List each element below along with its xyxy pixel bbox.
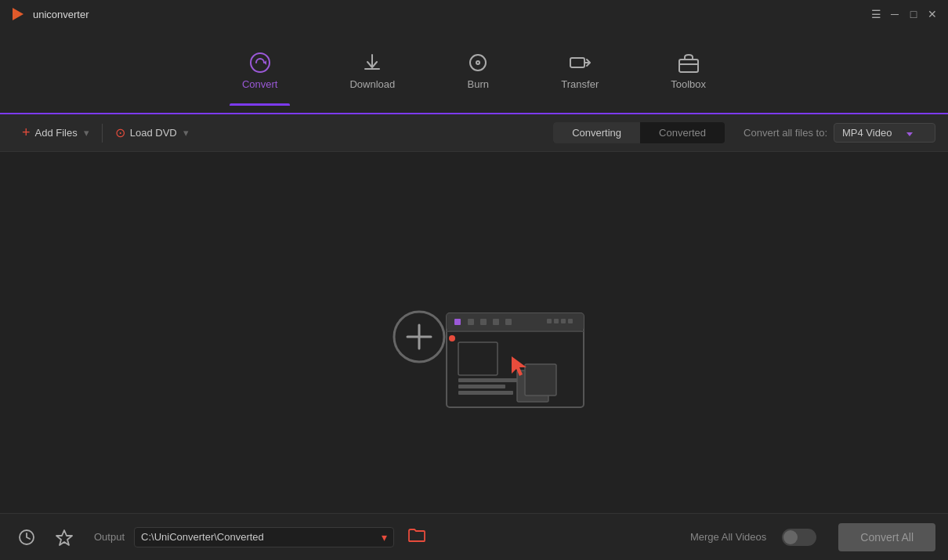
nav-item-convert[interactable]: Convert [230,45,291,96]
nav-label-burn: Burn [468,78,489,90]
folder-icon [408,528,425,542]
app-logo [9,5,27,23]
add-files-button[interactable]: + Add Files ▾ [13,120,99,146]
add-files-dropdown-arrow[interactable]: ▾ [84,127,89,139]
toolbar-separator-1 [102,124,103,143]
add-files-icon: + [22,125,31,141]
title-bar-left: uniconverter [9,5,89,23]
app-name: uniconverter [33,9,89,20]
nav-label-convert: Convert [242,78,278,90]
transfer-icon [569,52,591,74]
svg-rect-27 [458,391,513,395]
output-path: C:\UniConverter\Converted [141,531,382,543]
drop-area[interactable] [356,255,592,411]
svg-rect-6 [570,58,584,67]
output-dropdown-arrow[interactable]: ▾ [382,531,387,544]
toolbar: + Add Files ▾ ⊙ Load DVD ▾ Converting Co… [0,114,948,152]
svg-rect-21 [568,319,573,323]
convert-all-button[interactable]: Convert All [838,523,935,551]
svg-rect-7 [679,60,698,72]
svg-rect-15 [480,319,487,325]
nav-item-toolbox[interactable]: Toolbox [658,45,718,96]
svg-point-5 [477,62,479,63]
maximize-button[interactable]: □ [907,8,920,20]
output-label: Output [94,531,125,543]
nav-label-download: Download [349,78,395,90]
svg-rect-25 [458,378,521,382]
boost-icon [56,529,73,546]
bottom-bar: Output C:\UniConverter\Converted ▾ Merge… [0,513,948,560]
open-folder-icon[interactable] [408,528,425,546]
load-dvd-dropdown-arrow[interactable]: ▾ [183,127,189,139]
svg-rect-19 [554,319,559,323]
download-icon [361,52,383,74]
close-button[interactable]: ✕ [926,8,939,20]
format-dropdown[interactable]: MP4 Video [834,123,935,143]
menu-icon[interactable]: ☰ [870,8,882,20]
title-bar: uniconverter ☰ ─ □ ✕ [0,0,948,28]
svg-rect-24 [458,342,498,375]
top-nav: Convert Download Burn Transfer [0,28,948,114]
format-value: MP4 Video [842,127,892,139]
svg-point-23 [449,335,455,341]
svg-rect-14 [468,319,474,325]
converted-tab[interactable]: Converted [640,122,725,143]
minimize-button[interactable]: ─ [888,8,901,20]
svg-rect-13 [454,319,461,325]
merge-label: Merge All Videos [690,531,766,543]
svg-rect-17 [505,319,512,325]
output-path-container[interactable]: C:\UniConverter\Converted ▾ [134,527,394,547]
burn-icon [467,52,489,74]
converting-tab[interactable]: Converting [553,122,640,143]
convert-icon [249,52,271,74]
svg-marker-32 [56,530,72,545]
merge-toggle[interactable] [782,529,816,546]
nav-item-burn[interactable]: Burn [454,45,501,96]
add-files-label: Add Files [35,127,78,139]
nav-item-transfer[interactable]: Transfer [548,45,611,96]
svg-rect-20 [561,319,566,323]
load-dvd-icon: ⊙ [115,125,125,140]
tab-group: Converting Converted [553,122,725,143]
nav-label-toolbox: Toolbox [671,78,706,90]
nav-item-download[interactable]: Download [337,45,407,96]
svg-rect-29 [525,364,556,396]
title-bar-controls: ☰ ─ □ ✕ [870,8,939,20]
svg-rect-22 [447,331,584,332]
load-dvd-label: Load DVD [130,127,177,139]
boost-button[interactable] [50,523,78,551]
svg-point-1 [251,53,270,72]
svg-rect-18 [547,319,552,323]
convert-all-files-label: Convert all files to: [744,127,827,139]
svg-rect-26 [458,385,505,388]
svg-marker-0 [13,8,24,20]
format-dropdown-arrow [906,127,913,139]
empty-state-illustration [356,255,592,411]
nav-label-transfer: Transfer [561,78,599,90]
load-dvd-button[interactable]: ⊙ Load DVD ▾ [106,121,198,145]
history-icon [18,529,35,546]
svg-rect-16 [493,319,499,325]
main-content [0,152,948,513]
history-button[interactable] [13,523,41,551]
toolbox-icon [678,52,700,74]
